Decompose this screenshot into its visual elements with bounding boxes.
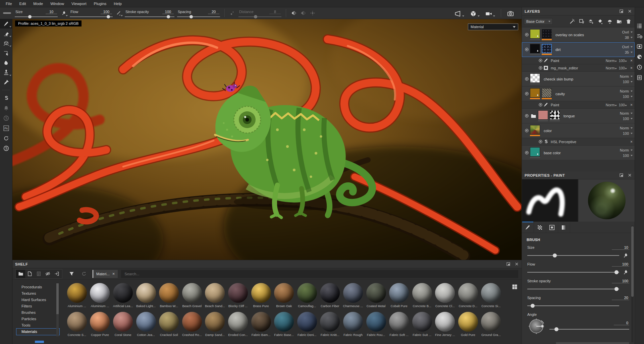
shelf-resource-list-button[interactable] <box>34 270 43 278</box>
search-field[interactable] <box>121 270 518 278</box>
mask-thumbnail[interactable] <box>550 110 560 120</box>
material-item-aluminium[interactable]: Aluminium ... <box>89 283 112 310</box>
flow-slider-handle[interactable] <box>614 270 619 274</box>
symmetry-pivot-button[interactable] <box>309 9 316 17</box>
material-item-fabric-rough[interactable]: Fabric Rough <box>341 312 365 339</box>
camera-projection-button[interactable] <box>454 9 464 17</box>
angle-value[interactable]: 0 <box>614 321 629 325</box>
stroke-opacity-slider-handle[interactable] <box>167 15 170 18</box>
layer-thumbnail[interactable] <box>530 44 541 55</box>
sidebar-item-materials[interactable]: Materials <box>16 329 59 335</box>
viewer-settings-button[interactable] <box>636 42 644 50</box>
blend-mode-select[interactable]: Norm <box>620 148 633 152</box>
material-item-concrete-d[interactable]: Concrete D... <box>457 283 480 310</box>
add-effect-button[interactable] <box>578 18 586 25</box>
remove-effect-button[interactable]: × <box>630 58 633 63</box>
menu-window[interactable]: Window <box>47 0 68 7</box>
opacity-select[interactable]: 100 <box>623 80 633 84</box>
effect-row-paint[interactable]: PaintNorm100× <box>522 101 635 109</box>
menu-help[interactable]: Help <box>110 0 125 7</box>
blend-mode-select[interactable]: Norm <box>606 66 617 70</box>
collapse-panel-button[interactable] <box>619 173 624 177</box>
layer-thumbnail[interactable] <box>550 110 560 121</box>
opacity-select[interactable]: 100 <box>619 66 627 70</box>
material-item-fabric-soft[interactable]: Fabric Soft ... <box>387 312 411 339</box>
layer-row-overlay-on-scales[interactable]: overlay on scalesOvrl38 <box>522 27 635 42</box>
categories-scrollbar[interactable] <box>56 283 59 336</box>
material-item-fabric-bam[interactable]: Fabric Bam... <box>250 312 273 339</box>
material-item-concrete-b[interactable]: Concrete B... <box>411 283 434 310</box>
remove-effect-button[interactable]: × <box>630 66 633 70</box>
spacing-slider[interactable] <box>177 16 220 17</box>
search-input[interactable] <box>124 272 498 276</box>
resource-updater[interactable] <box>0 133 12 143</box>
layer-thumbnail[interactable] <box>542 44 552 55</box>
shelf-import-resources-button[interactable] <box>52 270 61 278</box>
shelf-filter-button[interactable] <box>67 270 76 278</box>
close-icon[interactable]: × <box>112 271 115 276</box>
layer-row-dirt[interactable]: dirtOvrl35 <box>522 42 635 57</box>
stroke-opacity-slider-handle[interactable] <box>614 287 619 291</box>
collapse-panel-button[interactable] <box>619 9 624 13</box>
material-item-concrete-s[interactable]: Concrete S... <box>65 312 89 339</box>
log-button[interactable] <box>636 73 644 81</box>
symmetry-mirror-button[interactable] <box>290 9 298 17</box>
flow-slider[interactable] <box>70 16 113 17</box>
visibility-toggle[interactable] <box>523 92 530 96</box>
size-slider[interactable] <box>15 16 58 17</box>
material-item-fabric-suit[interactable]: Fabric Suit ... <box>411 312 434 339</box>
material-item-cobalt-pure[interactable]: Cobalt Pure <box>387 283 411 310</box>
material-item-crashed-ro[interactable]: Crashed Ro... <box>180 312 204 339</box>
categories-scrollbar-thumb[interactable] <box>56 283 59 314</box>
sidebar-item-brushes[interactable]: Brushes <box>16 309 59 316</box>
visibility-toggle[interactable] <box>537 139 543 144</box>
mask-thumbnail[interactable] <box>542 29 552 39</box>
material-item-concrete-si[interactable]: Concrete Si... <box>480 283 503 310</box>
material-item-damp-sand[interactable]: Damp Sand... <box>204 312 227 339</box>
grid-view-icon[interactable] <box>512 284 518 290</box>
material-item-fabric-base[interactable]: Fabric Base... <box>272 312 296 339</box>
layer-thumbnail[interactable] <box>530 147 541 158</box>
opacity-select[interactable]: 100 <box>623 131 633 135</box>
follow-path-toggle[interactable]: Off <box>556 342 629 344</box>
menu-viewport[interactable]: Viewport <box>68 0 90 7</box>
mask-thumbnail[interactable] <box>542 44 552 53</box>
material-item-brown-oak[interactable]: Brown Oak <box>272 283 296 310</box>
sidebar-item-particles[interactable]: Particles <box>16 316 59 322</box>
close-panel-button[interactable] <box>628 9 632 13</box>
spacing-slider-handle[interactable] <box>531 304 535 308</box>
visibility-toggle[interactable] <box>537 103 543 107</box>
substance-3d[interactable] <box>0 144 12 153</box>
smudge-tool[interactable] <box>0 58 12 67</box>
opacity-select[interactable]: 35 <box>625 50 633 54</box>
stroke-opacity-slider[interactable] <box>527 289 619 289</box>
filter-effect-button[interactable] <box>568 18 576 25</box>
material-item-coral-stone[interactable]: Coral Stone <box>111 312 135 339</box>
pen-pressure-icon[interactable] <box>622 269 629 275</box>
material-item-aluminium[interactable]: Aluminium ... <box>65 283 89 310</box>
material-item-artificial-lea[interactable]: Artificial Lea... <box>111 283 135 310</box>
visibility-toggle[interactable] <box>537 58 543 63</box>
material-item-carbon-fiber[interactable]: Carbon Fiber <box>319 283 342 310</box>
menu-file[interactable]: File <box>2 0 16 7</box>
shelf-toggle-hidden-button[interactable] <box>43 270 52 278</box>
visibility-toggle[interactable] <box>523 114 530 118</box>
layer-thumbnail[interactable] <box>538 110 549 121</box>
layer-row-base-color[interactable]: base colorNorm100 <box>522 146 635 160</box>
opacity-select[interactable]: 100 <box>623 154 633 158</box>
content-thumbnail[interactable] <box>530 29 540 39</box>
layer-row-tongue[interactable]: tongueNorm100 <box>522 109 635 123</box>
content-thumbnail[interactable] <box>530 147 540 157</box>
blend-mode-select[interactable]: Norm <box>620 126 633 130</box>
material-item-camouflag[interactable]: Camouflag... <box>296 283 319 310</box>
shelf-new-resource-button[interactable] <box>25 270 34 278</box>
sidebar-item-tools[interactable]: Tools <box>16 322 59 329</box>
blend-mode-select[interactable]: Norm <box>620 89 633 93</box>
material-item-coated-metal[interactable]: Coated Metal <box>365 283 388 310</box>
blend-mode-select[interactable]: Norm <box>620 74 633 78</box>
material-item-fabric-deni[interactable]: Fabric Deni... <box>296 312 319 339</box>
visibility-toggle[interactable] <box>523 33 530 37</box>
collapse-panel-button[interactable] <box>506 262 511 266</box>
flow-slider[interactable] <box>527 272 619 273</box>
flow-value[interactable]: 100 <box>612 262 629 267</box>
